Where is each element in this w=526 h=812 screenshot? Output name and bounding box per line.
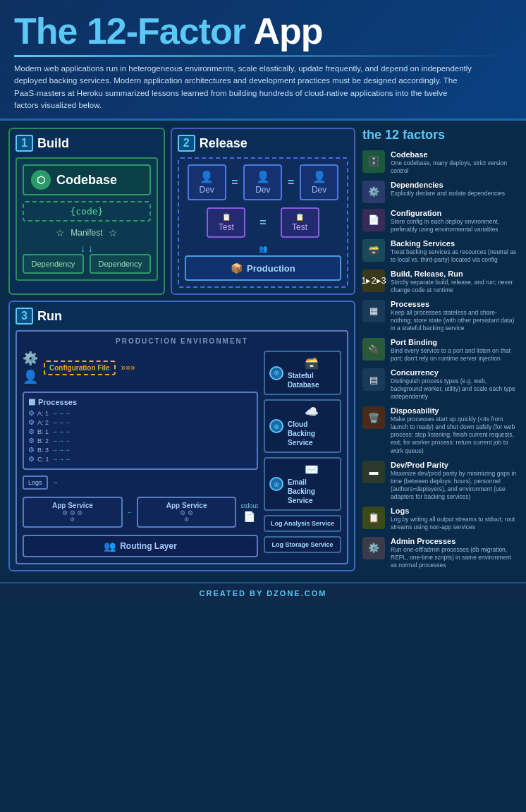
factor-item-2: ⚙️ Dependencies Explicitly declare and i…: [362, 181, 518, 203]
factor-item-8: ▤ Concurrency Distinguish process types …: [362, 368, 518, 401]
process-b3-row: ⚙ B: 3 →→→: [28, 446, 252, 454]
factor-item-9: 🗑️ Disposability Make processes start up…: [362, 406, 518, 454]
factor-name-10: Dev/Prod Parity: [391, 461, 518, 469]
prod-env-box: PRODUCTION ENVIRONMENT ⚙️ 👤 Configuratio…: [16, 330, 348, 564]
dev-label-3: Dev: [312, 185, 326, 195]
factor-desc-2: Explicitly declare and isolate dependenc…: [391, 190, 505, 198]
release-inner: 👤 Dev = 👤 Dev = 👤 Dev: [178, 157, 348, 288]
factor-item-12: ⚙️ Admin Processes Run one-off/admin pro…: [362, 537, 518, 569]
factor-icon-1: 🗄️: [362, 150, 385, 173]
build-inner: ⬡ Codebase {code} ☆ Manifest ☆ ↓ ↓ Depen…: [16, 157, 158, 281]
email-icon: ✉️: [288, 463, 336, 476]
processes-box: ▦ Processes ⚙ A: 1 →→→ ⚙ A: 2: [23, 392, 258, 470]
process-c1-row: ⚙ C: 1 →→→: [28, 455, 252, 463]
codebase-label: Codebase: [56, 173, 117, 188]
factors-title: the 12 factors: [362, 128, 518, 143]
factor-desc-6: Keep all processes stateless and share-n…: [391, 309, 518, 332]
config-file-label: Configuration File: [49, 364, 110, 372]
test-label-2: Test: [292, 222, 307, 232]
factor-item-7: 🔌 Port Binding Bind every service to a p…: [362, 338, 518, 363]
app-service-2-icons: ⚙ ⚙: [142, 509, 232, 516]
run-right: ⊕ 🗃️ Stateful Database ⊕ ☁️ Cloud Ba: [264, 351, 341, 557]
arrow-right-logs: →: [52, 479, 59, 486]
cloud-backing-box[interactable]: ⊕ ☁️ Cloud Backing Service: [264, 399, 341, 453]
main-content: 1 Build ⬡ Codebase {code} ☆ Manifest ☆ ↓…: [0, 121, 526, 582]
page-header: The 12-Factor App Modern web application…: [0, 0, 526, 121]
equals-2: =: [288, 176, 294, 189]
factor-text-1: Codebase One codebase, many deploys, str…: [391, 150, 518, 175]
factor-icon-10: ▬: [362, 461, 385, 483]
factor-desc-9: Make processes start up quickly (<4s fro…: [391, 416, 518, 454]
factor-text-9: Disposability Make processes start up qu…: [391, 406, 518, 454]
factor-item-5: 1▸2▸3 Build, Release, Run Strictly separ…: [362, 269, 518, 294]
factor-name-6: Processes: [391, 300, 518, 308]
run-left: ⚙️ 👤 Configuration File »»» ▦: [23, 351, 258, 557]
dev-icon-3: 👤: [308, 170, 330, 183]
factor-name-4: Backing Services: [391, 239, 518, 248]
release-label: 2 Release: [178, 135, 247, 152]
factor-desc-5: Strictly separate build, release, and ru…: [391, 279, 518, 294]
factor-name-7: Port Binding: [391, 338, 518, 346]
test-label-1: Test: [219, 222, 234, 232]
email-toggle[interactable]: ⊕: [269, 477, 283, 491]
factor-name-2: Dependencies: [391, 181, 505, 189]
factor-item-10: ▬ Dev/Prod Parity Maximize dev/prod pari…: [362, 461, 518, 501]
dev-box-3: 👤 Dev: [300, 164, 338, 200]
arrow-down-build: ↓ ↓: [23, 243, 151, 254]
proc-a1-arrows: →→→: [51, 410, 71, 417]
proc-c1-arrows: →→→: [52, 456, 71, 463]
dev-icon-1: 👤: [196, 170, 218, 183]
process-b2-row: ⚙ B: 2 →→→: [28, 437, 252, 444]
app-service-2: App Service ⚙ ⚙ ⚙: [137, 497, 237, 528]
equals-1: =: [231, 176, 238, 189]
between-apps: ↔: [127, 509, 133, 516]
factor-text-4: Backing Services Treat backing services …: [391, 239, 518, 264]
stateful-db-box[interactable]: ⊕ 🗃️ Stateful Database: [264, 351, 341, 395]
release-title: Release: [200, 136, 247, 151]
log-analysis-label: Log Analysis Service: [271, 520, 334, 527]
proc-c1: C: 1: [37, 456, 49, 463]
factor-text-12: Admin Processes Run one-off/admin proces…: [391, 537, 518, 569]
run-section: 3 Run PRODUCTION ENVIRONMENT ⚙️ 👤: [8, 301, 355, 571]
factor-name-9: Disposability: [391, 406, 518, 415]
config-arrows: »»»: [121, 363, 135, 372]
top-row: 1 Build ⬡ Codebase {code} ☆ Manifest ☆ ↓…: [8, 128, 355, 295]
run-main: ⚙️ 👤 Configuration File »»» ▦: [23, 351, 341, 557]
stdout-label: stdout: [240, 502, 258, 509]
factor-desc-8: Distinguish process types (e.g. web, bac…: [391, 377, 518, 401]
factor-name-5: Build, Release, Run: [391, 269, 518, 278]
proc-icon-b3: ⚙: [28, 446, 35, 454]
factor-item-4: 🗃️ Backing Services Treat backing servic…: [362, 239, 518, 264]
process-b1-row: ⚙ B: 1 →→→: [28, 428, 252, 435]
process-a2-row: ⚙ A: 2 →→→: [28, 418, 252, 426]
cloud-toggle[interactable]: ⊕: [269, 419, 283, 433]
processes-label: Processes: [38, 398, 77, 406]
run-num: 3: [16, 308, 33, 325]
app-service-2-title: App Service: [142, 502, 232, 509]
manifest-icon-right: ☆: [109, 227, 118, 238]
user-icon: 👤: [23, 369, 38, 384]
stateful-toggle[interactable]: ⊕: [269, 366, 283, 380]
proc-b1-arrows: →→→: [51, 428, 71, 435]
factor-desc-1: One codebase, many deploys, strict versi…: [391, 159, 518, 175]
proc-icon-a1: ⚙: [28, 409, 35, 417]
factor-icon-11: 📋: [362, 507, 385, 529]
factor-desc-3: Store config in each deploy environment,…: [391, 218, 518, 234]
email-backing-box[interactable]: ⊕ ✉️ Email Backing Service: [264, 457, 341, 511]
factor-name-12: Admin Processes: [391, 537, 518, 545]
stdout-icon: 📄: [243, 511, 255, 522]
factor-icon-6: ▦: [362, 300, 385, 322]
factor-icon-2: ⚙️: [362, 181, 385, 203]
header-subtitle: Modern web applications run in heterogen…: [14, 63, 472, 111]
factor-desc-7: Bind every service to a port and listen …: [391, 347, 518, 363]
app-service-1: App Service ⚙ ⚙ ⚙ ⚙: [23, 497, 123, 528]
logs-row: Logs →: [23, 475, 258, 490]
app-services-row: App Service ⚙ ⚙ ⚙ ⚙ ↔ App Service ⚙ ⚙ ⚙: [23, 497, 258, 528]
proc-a2: A: 2: [37, 419, 49, 426]
config-file-box: Configuration File: [44, 360, 116, 375]
factor-text-8: Concurrency Distinguish process types (e…: [391, 368, 518, 401]
factor-icon-12: ⚙️: [362, 537, 385, 559]
app-service-1-sub: ⚙: [27, 516, 118, 523]
factor-desc-10: Maximize dev/prod parity by minimizing g…: [391, 470, 518, 501]
email-backing-label: Email Backing Service: [288, 478, 336, 505]
